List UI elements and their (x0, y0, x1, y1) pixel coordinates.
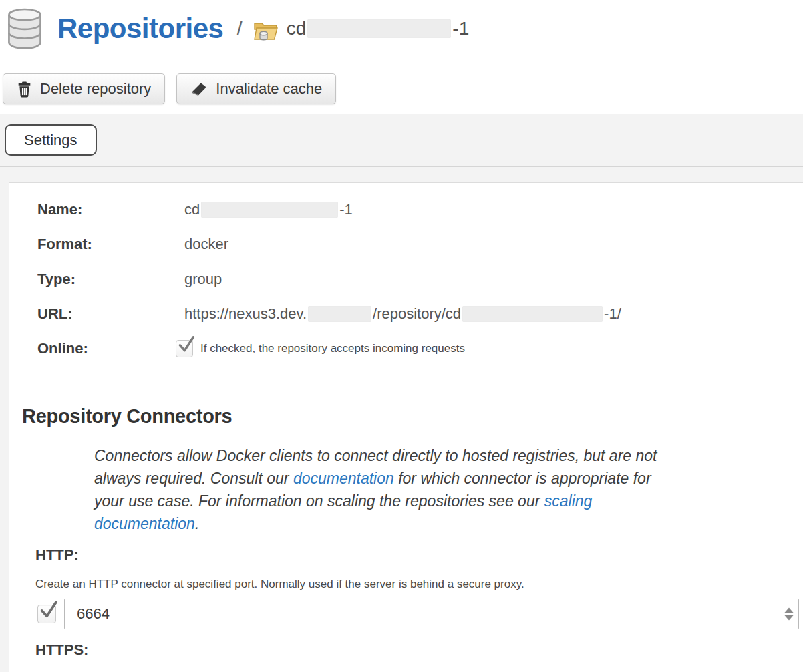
page-title[interactable]: Repositories (57, 13, 223, 45)
repo-name-suffix: -1 (452, 18, 469, 39)
delete-repository-button[interactable]: Delete repository (3, 73, 165, 104)
spinner-down-arrow[interactable] (784, 615, 794, 621)
url-label: URL: (37, 305, 184, 323)
http-port-input[interactable] (64, 599, 799, 629)
http-port-row (37, 597, 803, 631)
page-header: Repositories / cd -1 (5, 5, 469, 52)
name-value-suffix: -1 (339, 201, 353, 218)
invalidate-cache-button[interactable]: Invalidate cache (176, 73, 336, 104)
spinner-arrows-icon[interactable] (784, 608, 794, 621)
database-icon (5, 7, 44, 50)
repository-connectors-heading: Repository Connectors (22, 405, 803, 428)
type-label: Type: (37, 271, 184, 288)
repo-summary-fields: Name: cd -1 Format: docker Type: group U… (9, 183, 803, 375)
repo-name-prefix: cd (287, 18, 307, 39)
intro-part3: . (195, 515, 199, 532)
field-row-online: Online: If checked, the repository accep… (9, 340, 803, 375)
online-checkbox[interactable] (176, 340, 193, 357)
toolbar: Delete repository Invalidate cache (3, 73, 336, 104)
folder-repo-icon (253, 20, 279, 41)
field-row-format: Format: docker (9, 236, 803, 271)
http-label: HTTP: (35, 546, 803, 564)
tab-strip-divider (0, 166, 803, 167)
trash-icon (17, 81, 32, 98)
breadcrumb-separator: / (236, 17, 242, 40)
url-part1: https://nexus3.dev. (184, 305, 307, 323)
redaction-blur (308, 306, 371, 322)
tab-settings-label: Settings (24, 132, 77, 149)
field-row-name: Name: cd -1 (9, 201, 803, 236)
type-value: group (184, 271, 222, 288)
online-caption: If checked, the repository accepts incom… (200, 340, 465, 357)
eraser-icon (190, 81, 208, 97)
url-value: https://nexus3.dev. /repository/cd -1/ (184, 305, 621, 323)
online-label: Online: (37, 340, 184, 357)
format-value: docker (184, 236, 228, 253)
http-port-input-wrap (64, 599, 799, 629)
redaction-blur (462, 306, 603, 322)
name-label: Name: (37, 201, 184, 218)
field-row-type: Type: group (9, 271, 803, 305)
url-part2: /repository/cd (373, 305, 461, 323)
field-row-url: URL: https://nexus3.dev. /repository/cd … (9, 305, 803, 340)
name-value-prefix: cd (184, 201, 200, 218)
checkmark-icon (39, 599, 58, 621)
breadcrumb-repo-name: cd -1 (287, 18, 469, 39)
format-label: Format: (37, 236, 184, 253)
settings-panel: Name: cd -1 Format: docker Type: group U… (9, 182, 803, 672)
spinner-up-arrow[interactable] (784, 608, 794, 613)
https-label: HTTPS: (35, 641, 803, 659)
delete-repository-label: Delete repository (40, 80, 151, 98)
online-value: If checked, the repository accepts incom… (176, 340, 465, 357)
checkmark-icon (178, 335, 195, 355)
tab-settings[interactable]: Settings (5, 124, 97, 156)
http-help-text: Create an HTTP connector at specified po… (35, 578, 803, 591)
documentation-link[interactable]: documentation (293, 470, 394, 487)
http-enabled-checkbox[interactable] (37, 605, 56, 623)
connectors-intro-text: Connectors allow Docker clients to conne… (94, 444, 756, 535)
invalidate-cache-label: Invalidate cache (216, 80, 322, 98)
name-value: cd -1 (184, 201, 353, 218)
redaction-blur (307, 19, 451, 38)
url-part3: -1/ (604, 305, 621, 323)
redaction-blur (201, 202, 338, 218)
